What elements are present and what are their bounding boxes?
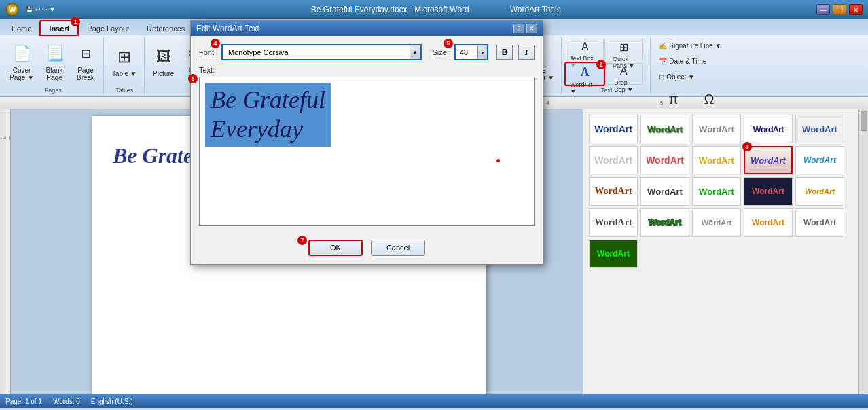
size-input-container[interactable]: 48 ▼	[454, 44, 488, 60]
wordart-style-9-selected[interactable]: WordArt 3	[744, 146, 793, 174]
gallery-row-3: WordArt WordArt WordArt WordArt WordArt	[589, 177, 863, 206]
wordart-style-5[interactable]: WordArt	[795, 115, 844, 143]
wordart-style-2[interactable]: WordArt	[640, 115, 689, 143]
restore-button[interactable]: ❐	[833, 4, 846, 15]
gallery-scroll-thumb[interactable]	[861, 111, 867, 131]
wordart-style-12[interactable]: WordArt	[640, 177, 689, 206]
date-time-icon: 📅	[659, 58, 667, 65]
signature-line-button[interactable]: ✍ Signature Line ▼	[655, 38, 725, 53]
office-button[interactable]: W	[5, 3, 19, 16]
text-area[interactable]: Be GratefulEveryday	[199, 77, 535, 226]
wordart-style-14[interactable]: WordArt	[744, 177, 793, 206]
wordart-style-18[interactable]: Wο̈rdArt	[692, 208, 741, 237]
pages-buttons: 📄 CoverPage ▼ 📃 BlankPage ⊟ PageBreak	[5, 38, 101, 86]
drop-cap-icon: A	[620, 65, 628, 77]
status-bar: Page: 1 of 1 Words: 0 English (U.S.)	[0, 394, 868, 408]
title-bar-left: W 💾 ↩ ↪ ▼	[5, 3, 55, 16]
size-field-wrapper: 5 48 ▼	[454, 44, 488, 60]
text-label-row: Text:	[199, 66, 535, 74]
signature-line-icon: ✍	[659, 42, 667, 50]
gallery-scrollbar[interactable]	[858, 109, 868, 394]
italic-button[interactable]: I	[518, 45, 535, 60]
blank-page-button[interactable]: 📃 BlankPage	[39, 39, 69, 85]
dialog-help-button[interactable]: ?	[513, 24, 524, 33]
object-button[interactable]: ⊡ Object ▼	[655, 69, 699, 84]
page-break-button[interactable]: ⊟ PageBreak	[71, 39, 101, 85]
badge-text-area: 6	[188, 74, 198, 83]
drop-cap-button[interactable]: A DropCap ▼	[604, 63, 643, 85]
group-tables: ⊞ Table ▼ Tables	[105, 37, 145, 95]
tab-page-layout[interactable]: Page Layout	[78, 20, 138, 35]
text-cursor-indicator	[496, 159, 500, 162]
date-time-button[interactable]: 📅 Date & Time	[655, 54, 710, 69]
font-value: Monotype Corsiva	[223, 48, 409, 56]
font-dropdown-container[interactable]: Monotype Corsiva ▼	[221, 44, 421, 60]
wordart-style-6[interactable]: WordArt	[589, 146, 638, 174]
cover-page-button[interactable]: 📄 CoverPage ▼	[5, 39, 38, 85]
dialog-close-button[interactable]: ✕	[526, 24, 537, 33]
tab-references[interactable]: References	[138, 20, 194, 35]
text-label: Text:	[199, 66, 215, 74]
title-bar: W 💾 ↩ ↪ ▼ Be Grateful Everyday.docx - Mi…	[0, 0, 868, 19]
edit-wordart-dialog[interactable]: Edit WordArt Text ? ✕ Font: 4 Monotype C…	[190, 20, 543, 265]
dialog-footer: 7 OK Cancel	[191, 234, 543, 264]
wordart-style-10[interactable]: WordArt	[795, 146, 844, 174]
title-bar-controls: — ❐ ✕	[816, 4, 863, 15]
close-button[interactable]: ✕	[849, 4, 863, 15]
gallery-container: WordArt WordArt WordArt WordArt WordArt …	[583, 109, 868, 276]
bold-button[interactable]: B	[496, 45, 513, 60]
badge-wordart: 2	[596, 60, 606, 69]
dialog-body: Font: 4 Monotype Corsiva ▼ Size: 5 48 ▼	[191, 36, 543, 234]
tab-home[interactable]: Home	[3, 20, 40, 35]
text-selected-content[interactable]: Be GratefulEveryday	[205, 83, 331, 147]
vertical-ruler: 1 2 3	[0, 109, 11, 394]
status-words: Words: 0	[53, 398, 80, 405]
title-bar-title: Be Grateful Everyday.docx - Microsoft Wo…	[55, 5, 816, 14]
dialog-title-bar: Edit WordArt Text ? ✕	[191, 21, 543, 36]
status-lang: English (U.S.)	[91, 398, 133, 405]
badge-ok-btn: 7	[297, 236, 307, 245]
text-label: Text	[601, 86, 613, 94]
wordart-style-3[interactable]: WordArt	[692, 115, 741, 143]
wordart-style-20[interactable]: WordArt	[795, 208, 844, 237]
wordart-style-19[interactable]: WordArt	[744, 208, 793, 237]
wordart-style-11[interactable]: WordArt	[589, 177, 638, 206]
tab-insert[interactable]: Insert 1	[40, 20, 78, 35]
minimize-button[interactable]: —	[816, 4, 830, 15]
font-label: Font:	[199, 48, 216, 56]
wordart-button[interactable]: A WordArt ▼ 2	[566, 63, 604, 85]
group-symbols: ✍ Signature Line ▼ 📅 Date & Time ⊡ Objec…	[652, 37, 728, 95]
tables-label: Tables	[115, 86, 133, 94]
gallery-row-2: WordArt WordArt WordArt WordArt 3 WordAr…	[589, 146, 863, 174]
table-button[interactable]: ⊞ Table ▼	[108, 39, 141, 85]
ok-button[interactable]: OK	[308, 240, 363, 256]
text-box-button[interactable]: A Text Box ▼	[566, 39, 604, 60]
picture-button[interactable]: 🖼 Picture	[149, 39, 179, 85]
font-field-wrapper: 4 Monotype Corsiva ▼	[221, 44, 421, 60]
size-value: 48	[456, 48, 477, 56]
wordart-gallery-panel: WordArt WordArt WordArt WordArt WordArt …	[583, 109, 868, 394]
wordart-style-1[interactable]: WordArt	[589, 115, 638, 143]
wordart-style-16[interactable]: WordArt	[589, 208, 638, 237]
group-text: A Text Box ▼ ⊞ QuickParts ▼ A WordArt ▼ …	[563, 37, 651, 95]
font-row: Font: 4 Monotype Corsiva ▼ Size: 5 48 ▼	[199, 44, 535, 60]
wordart-style-15[interactable]: WordArt	[795, 177, 844, 206]
badge-font-field: 4	[211, 39, 220, 48]
page-break-icon: ⊟	[75, 43, 96, 64]
font-dropdown-arrow[interactable]: ▼	[410, 45, 420, 59]
wordart-style-4[interactable]: WordArt	[744, 115, 793, 143]
wordart-style-7[interactable]: WordArt	[640, 146, 689, 174]
gallery-row-5: WordArt	[589, 240, 863, 268]
dialog-title-buttons: ? ✕	[513, 24, 537, 33]
size-stepper-arrows[interactable]: ▼	[477, 45, 487, 59]
wordart-style-8[interactable]: WordArt	[692, 146, 741, 174]
wordart-style-21[interactable]: WordArt	[589, 240, 638, 268]
badge-gallery-item: 3	[742, 142, 752, 151]
cancel-button[interactable]: Cancel	[371, 240, 425, 256]
wordart-style-13[interactable]: WordArt	[692, 177, 741, 206]
gallery-row-1: WordArt WordArt WordArt WordArt WordArt	[589, 115, 863, 143]
pages-label: Pages	[44, 86, 62, 94]
quick-parts-button[interactable]: ⊞ QuickParts ▼	[604, 39, 643, 60]
object-icon: ⊡	[659, 73, 664, 81]
wordart-style-17[interactable]: WordArt	[640, 208, 689, 237]
